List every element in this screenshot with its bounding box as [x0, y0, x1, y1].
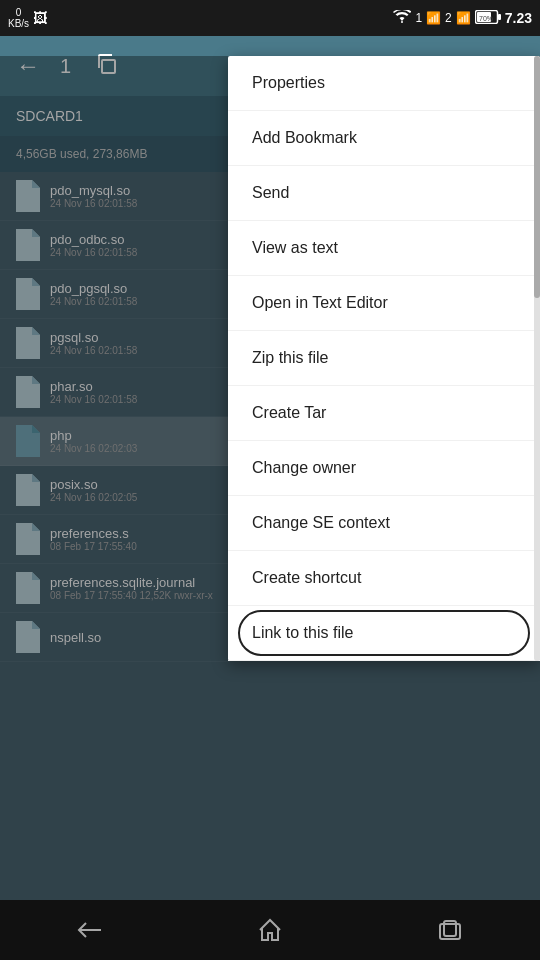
- menu-item-zip-this-file[interactable]: Zip this file: [228, 331, 540, 386]
- status-left: 0 KB/s 🖼: [8, 7, 47, 29]
- menu-item-add-bookmark[interactable]: Add Bookmark: [228, 111, 540, 166]
- wifi-icon: [393, 10, 411, 27]
- menu-item-properties[interactable]: Properties: [228, 56, 540, 111]
- context-menu: PropertiesAdd BookmarkSendView as textOp…: [228, 56, 540, 661]
- status-bar: 0 KB/s 🖼 1 📶 2 📶 70% 7.23: [0, 0, 540, 36]
- menu-item-link-to-this-file[interactable]: Link to this file: [228, 606, 540, 661]
- battery-icon: 70%: [475, 10, 501, 27]
- network1-label: 1: [415, 11, 422, 25]
- thumbnail-icon: 🖼: [33, 10, 47, 26]
- menu-item-create-shortcut[interactable]: Create shortcut: [228, 551, 540, 606]
- menu-item-send[interactable]: Send: [228, 166, 540, 221]
- network2-label: 2: [445, 11, 452, 25]
- menu-scrollbar[interactable]: [534, 56, 540, 661]
- time-label: 7.23: [505, 10, 532, 26]
- kb-counter: 0 KB/s: [8, 7, 29, 29]
- signal1-icon: 📶: [426, 11, 441, 25]
- menu-item-open-in-text-editor[interactable]: Open in Text Editor: [228, 276, 540, 331]
- svg-text:70%: 70%: [479, 15, 493, 22]
- menu-item-change-se-context[interactable]: Change SE context: [228, 496, 540, 551]
- svg-rect-2: [498, 14, 501, 20]
- signal2-icon: 📶: [456, 11, 471, 25]
- menu-item-view-as-text[interactable]: View as text: [228, 221, 540, 276]
- status-right: 1 📶 2 📶 70% 7.23: [393, 10, 532, 27]
- menu-item-create-tar[interactable]: Create Tar: [228, 386, 540, 441]
- menu-item-change-owner[interactable]: Change owner: [228, 441, 540, 496]
- menu-scrollbar-thumb: [534, 56, 540, 298]
